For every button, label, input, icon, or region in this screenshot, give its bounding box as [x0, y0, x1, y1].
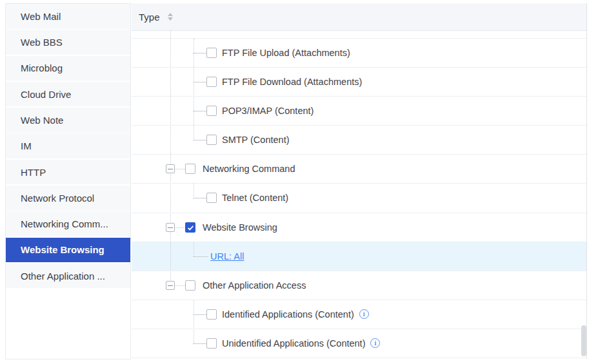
tree-connector-line — [193, 256, 208, 257]
type-panel: Type FTP File Upload (Attachments)FTP Fi… — [132, 3, 587, 358]
sidebar-item-other-application[interactable]: Other Application ... — [6, 263, 130, 289]
tree-connector-line — [193, 140, 206, 140]
tree-connector-line — [193, 82, 206, 82]
tree-node-label: Other Application Access — [203, 280, 306, 291]
tree-connector-line — [193, 53, 206, 53]
checkbox-unchecked[interactable] — [206, 77, 217, 87]
tree-row: SMTP (Content) — [132, 126, 586, 155]
collapse-expander-minus[interactable] — [166, 164, 175, 173]
sidebar-item-website-browsing[interactable]: Website Browsing — [6, 238, 130, 263]
row-content: Networking Command — [203, 155, 295, 183]
row-content: Other Application Access — [203, 271, 306, 300]
sidebar-item-microblog[interactable]: Microblog — [6, 56, 130, 81]
row-content: Identified Applications (Content)i — [222, 300, 369, 329]
tree-row: FTP File Upload (Attachments) — [132, 39, 586, 68]
collapse-expander-minus[interactable] — [166, 223, 175, 232]
checkbox-unchecked[interactable] — [185, 280, 195, 291]
tree-node-label: Identified Applications (Content) — [222, 309, 354, 320]
row-content: FTP File Upload (Attachments) — [222, 39, 350, 67]
sort-desc-icon — [168, 17, 173, 21]
sidebar-item-network-protocol[interactable]: Network Protocol — [6, 186, 130, 211]
tree-node-label: FTP File Download (Attachments) — [222, 77, 362, 87]
tree-node-label: SMTP (Content) — [222, 135, 290, 145]
tree-node-label: FTP File Upload (Attachments) — [222, 48, 350, 58]
tree-row: URL: All — [132, 242, 586, 271]
sidebar-item-networking-comm[interactable]: Networking Comm... — [6, 211, 130, 236]
tree-row: Telnet (Content) — [132, 184, 586, 213]
checkbox-unchecked[interactable] — [206, 338, 217, 349]
tree-node-label: Unidentified Applications (Content) — [222, 338, 365, 349]
tree-connector-line — [175, 169, 185, 169]
tree-node-label: Website Browsing — [203, 222, 277, 233]
collapse-expander-minus[interactable] — [166, 281, 175, 290]
row-content: SMTP (Content) — [222, 126, 290, 154]
tree-row: Website Browsing — [132, 213, 586, 242]
info-icon[interactable]: i — [370, 338, 380, 348]
checkbox-unchecked[interactable] — [206, 48, 217, 58]
tree-row: Networking Command — [132, 155, 586, 184]
row-content: Telnet (Content) — [222, 184, 288, 212]
row-content: FTP File Download (Attachments) — [222, 68, 362, 96]
tree-connector-line — [175, 285, 185, 286]
checkbox-unchecked[interactable] — [206, 106, 217, 116]
vertical-scrollbar-thumb[interactable] — [581, 325, 586, 356]
tree-node-label: Networking Command — [203, 164, 295, 174]
sort-icon[interactable] — [168, 13, 173, 21]
tree-row: Other Application Access — [132, 271, 586, 300]
row-content: Website Browsing — [203, 213, 277, 242]
row-content: POP3/IMAP (Content) — [222, 97, 314, 125]
column-header-type: Type — [139, 12, 160, 23]
info-icon[interactable]: i — [359, 309, 369, 319]
tree-connector-line — [193, 111, 206, 111]
tree-body: FTP File Upload (Attachments)FTP File Do… — [132, 31, 586, 358]
checkbox-unchecked[interactable] — [206, 135, 217, 145]
tree-row: Identified Applications (Content)i — [132, 300, 586, 329]
sidebar-item-web-note[interactable]: Web Note — [6, 108, 130, 133]
check-icon — [186, 224, 195, 232]
tree-connector-line — [193, 198, 206, 198]
tree-row: FTP File Download (Attachments) — [132, 68, 586, 97]
partial-row-top — [132, 31, 586, 39]
checkbox-unchecked[interactable] — [206, 309, 217, 320]
checkbox-unchecked[interactable] — [185, 164, 195, 174]
tree-node-label: POP3/IMAP (Content) — [222, 106, 314, 116]
url-all-link[interactable]: URL: All — [210, 251, 244, 262]
sidebar-item-web-bbs[interactable]: Web BBS — [6, 30, 130, 55]
tree-row: POP3/IMAP (Content) — [132, 97, 586, 126]
tree-connector-line — [193, 314, 206, 315]
sidebar-item-web-mail[interactable]: Web Mail — [6, 4, 130, 29]
sort-asc-icon — [168, 13, 173, 16]
row-content: Unidentified Applications (Content)i — [222, 329, 380, 358]
checkbox-checked[interactable] — [185, 222, 195, 233]
tree-row: Unidentified Applications (Content)i — [132, 329, 586, 358]
app-window: Web MailWeb BBSMicroblogCloud DriveWeb N… — [0, 0, 598, 364]
tree-node-label: Telnet (Content) — [222, 193, 288, 203]
sidebar-item-http[interactable]: HTTP — [6, 160, 130, 185]
table-header: Type — [132, 3, 586, 31]
tree-connector-line — [193, 343, 206, 344]
sidebar-item-im[interactable]: IM — [6, 133, 130, 158]
sidebar-item-cloud-drive[interactable]: Cloud Drive — [6, 82, 130, 107]
category-sidebar: Web MailWeb BBSMicroblogCloud DriveWeb N… — [5, 3, 131, 359]
checkbox-unchecked[interactable] — [206, 193, 217, 203]
tree-connector-line — [175, 227, 185, 228]
row-content: URL: All — [210, 242, 244, 271]
